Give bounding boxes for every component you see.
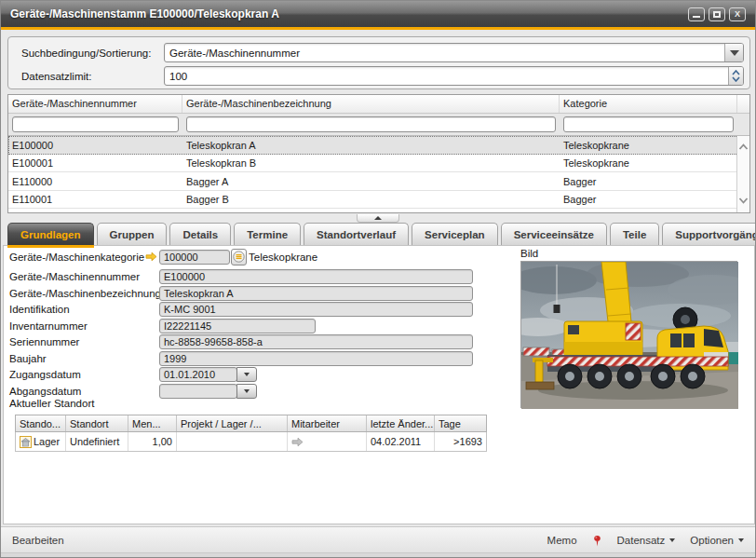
result-row-E100000[interactable]: E100000Teleskopkran ATeleskopkrane	[8, 136, 749, 155]
record-limit-label: Datensatzlimit:	[21, 71, 164, 82]
result-cell: Teleskopkran A	[182, 136, 560, 154]
standort-cell: Undefiniert	[66, 432, 128, 451]
standort-table-row[interactable]: LagerUndefiniert1,0004.02.2011>1693	[15, 432, 487, 452]
maximize-button[interactable]	[709, 7, 725, 21]
tab-serviceeinsätze[interactable]: Serviceeinsätze	[501, 223, 607, 245]
result-cell: Bagger	[560, 209, 724, 213]
record-limit-spinner[interactable]	[728, 67, 743, 85]
field-label: Baujahr	[9, 353, 159, 364]
spinner-up-icon	[732, 70, 740, 75]
standort-column-header[interactable]: Projekt / Lager /...	[177, 415, 288, 431]
result-row-E110000[interactable]: E110000Bagger ABagger	[8, 172, 749, 191]
app-window: Geräte-/Maschinenstamm E100000/Teleskopk…	[0, 0, 756, 558]
tab-content-grundlagen: Geräte-/Maschinenkategorie100000Teleskop…	[3, 245, 755, 524]
column-filter-input[interactable]	[186, 116, 556, 132]
optionen-menu[interactable]: Optionen	[690, 535, 744, 546]
form-row: Abgangsdatum	[9, 384, 517, 399]
result-table-filter-row	[8, 114, 749, 136]
result-row-E100001[interactable]: E100001Teleskopkran BTeleskopkrane	[8, 155, 749, 173]
column-filter-input[interactable]	[563, 116, 734, 132]
result-cell: Bagger	[560, 191, 724, 209]
form-field[interactable]: 1999	[159, 351, 473, 366]
column-filter-input[interactable]	[12, 116, 179, 132]
bearbeiten-button[interactable]: Bearbeiten	[12, 535, 64, 546]
standort-typ-cell: Lager	[16, 432, 66, 451]
date-dropdown-button[interactable]	[236, 367, 257, 382]
category-name-text: Teleskopkrane	[249, 252, 317, 263]
tab-supportvorgänge[interactable]: Supportvorgänge	[662, 223, 756, 245]
form-field[interactable]: I22221145	[159, 319, 316, 333]
date-field[interactable]: 01.01.2010	[159, 367, 237, 382]
field-label: Identifikation	[9, 304, 159, 315]
tab-serviceplan[interactable]: Serviceplan	[412, 223, 498, 245]
splitter-collapse-handle[interactable]	[357, 214, 399, 223]
field-label: Geräte-/Maschinenkategorie	[9, 252, 145, 263]
vertical-scrollbar[interactable]	[736, 136, 749, 213]
close-button[interactable]: X	[729, 7, 746, 21]
link-arrow-icon	[145, 252, 157, 262]
standort-column-header[interactable]: Stando...	[16, 415, 66, 431]
search-condition-label: Suchbedingung/Sortierung:	[21, 48, 164, 59]
standort-column-header[interactable]: Standort	[66, 415, 128, 431]
result-cell: Bagger B	[182, 191, 560, 209]
standort-column-header[interactable]: letzte Änder...	[367, 415, 435, 431]
chevron-down-icon	[244, 373, 250, 376]
result-column-header[interactable]: Geräte-/Maschinennummer	[8, 95, 182, 113]
form-row: IdentifikationK-MC 9001	[9, 302, 517, 317]
category-number-field[interactable]: 100000	[159, 250, 230, 265]
category-lookup-button[interactable]	[231, 249, 247, 265]
memo-button[interactable]: Memo	[547, 535, 577, 546]
search-condition-combobox[interactable]: Geräte-/Maschinennummer	[164, 43, 744, 62]
category-list-icon	[233, 251, 245, 263]
result-row-E110001[interactable]: E110001Bagger BBagger	[8, 191, 749, 210]
standort-table-head: Stando...StandortMen...Projekt / Lager /…	[15, 415, 487, 432]
result-table: Geräte-/MaschinennummerGeräte-/Maschinen…	[7, 94, 750, 213]
spinner-down-icon	[732, 76, 740, 82]
datensatz-menu[interactable]: Datensatz	[617, 535, 676, 546]
form-row: Baujahr1999	[9, 351, 517, 366]
standort-column-header[interactable]: Tage	[435, 415, 486, 431]
form-row: InventarnummerI22221145	[9, 319, 517, 333]
datensatz-label: Datensatz	[617, 535, 666, 546]
category-link-button[interactable]	[145, 252, 159, 262]
tab-details[interactable]: Details	[169, 223, 231, 245]
minimize-button[interactable]	[688, 7, 705, 21]
date-field[interactable]	[159, 384, 237, 399]
field-label: Geräte-/Maschinennummer	[9, 271, 159, 282]
result-column-header[interactable]: Kategorie	[560, 95, 737, 113]
window-titlebar: Geräte-/Maschinenstamm E100000/Teleskopk…	[1, 1, 755, 27]
field-label: Inventarnummer	[9, 320, 159, 332]
tab-gruppen[interactable]: Gruppen	[97, 223, 168, 245]
tab-bar: GrundlagenGruppenDetailsTermineStandortv…	[7, 223, 756, 245]
standort-column-header[interactable]: Men...	[128, 415, 177, 431]
chevron-down-icon	[669, 538, 675, 542]
result-column-header[interactable]: Geräte-/Maschinenbezeichnung	[182, 95, 560, 113]
result-row-E110002[interactable]: E110002Bagger CBagger	[8, 209, 749, 213]
minimize-icon	[693, 16, 700, 18]
form-field[interactable]: hc-8858-99658-858-a	[159, 334, 473, 349]
memo-pin-icon	[592, 535, 602, 547]
tab-standortverlauf[interactable]: Standortverlauf	[304, 223, 409, 245]
form-field[interactable]: K-MC 9001	[159, 302, 473, 317]
result-cell: Teleskopkran B	[182, 155, 560, 172]
chevron-down-icon	[730, 50, 739, 56]
window-title: Geräte-/Maschinenstamm E100000/Teleskopk…	[10, 7, 279, 20]
field-label: Geräte-/Maschinenbezeichnung	[9, 288, 159, 299]
result-cell: E110002	[8, 209, 182, 213]
tab-grundlagen[interactable]: Grundlagen	[7, 223, 94, 245]
form-field[interactable]: Teleskopkran A	[159, 286, 473, 301]
tab-teile[interactable]: Teile	[610, 223, 659, 245]
scroll-down-icon[interactable]	[738, 197, 749, 204]
warehouse-icon	[20, 436, 32, 448]
tab-termine[interactable]: Termine	[234, 223, 301, 245]
memo-label: Memo	[547, 535, 577, 546]
standort-column-header[interactable]: Mitarbeiter	[288, 415, 367, 431]
form-row: Seriennummerhc-8858-99658-858-a	[9, 334, 517, 349]
scroll-up-icon[interactable]	[738, 143, 749, 150]
optionen-label: Optionen	[690, 535, 734, 546]
date-dropdown-button[interactable]	[236, 384, 257, 399]
form-field[interactable]: E100000	[159, 269, 473, 284]
record-limit-input[interactable]: 100	[164, 66, 744, 86]
combobox-dropdown-button[interactable]	[724, 44, 743, 61]
form-row: Zugangsdatum01.01.2010	[9, 367, 517, 382]
